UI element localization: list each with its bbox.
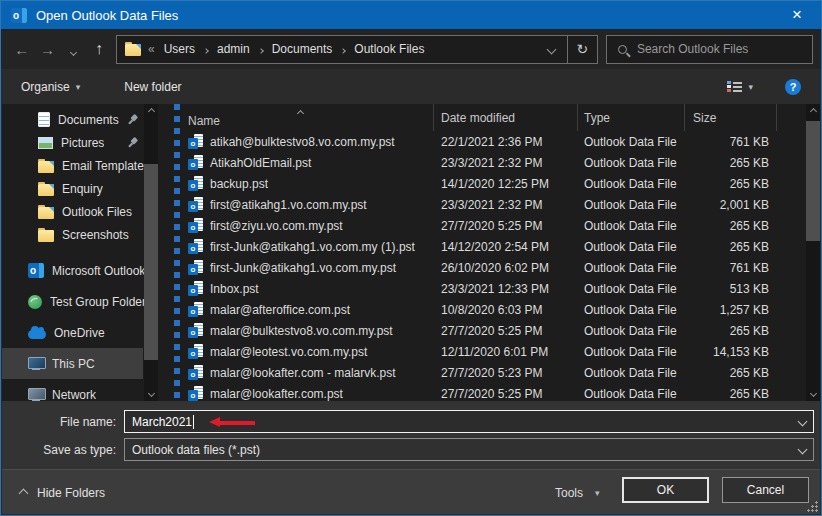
column-header-type[interactable]: Type (578, 104, 685, 131)
file-row[interactable]: first-Junk@atikahg1.vo.com.my.pst26/10/2… (180, 257, 806, 278)
file-row[interactable]: malar@lookafter.com - malarvk.pst27/7/20… (180, 362, 806, 383)
file-size: 513 KB (685, 282, 777, 296)
file-row[interactable]: first@atikahg1.vo.com.my.pst23/3/2021 2:… (180, 194, 806, 215)
file-row[interactable]: malar@bulktestvo8.vo.com.my.pst27/7/2020… (180, 320, 806, 341)
breadcrumb-separator-icon[interactable] (204, 42, 208, 56)
chevron-down-icon[interactable] (798, 417, 808, 427)
chevron-down-icon: ▾ (748, 82, 753, 92)
folder-shared-icon (38, 207, 54, 219)
file-size: 14,153 KB (685, 345, 777, 359)
file-date-modified: 14/1/2020 12:25 PM (434, 177, 578, 191)
file-row[interactable]: atikah@bulktestvo8.vo.com.my.pst22/1/202… (180, 131, 806, 152)
breadcrumb-segment[interactable]: Users (164, 42, 195, 56)
scroll-down-icon[interactable] (806, 386, 820, 401)
search-box[interactable]: Search Outlook Files (606, 35, 813, 64)
file-row[interactable]: first@ziyu.vo.com.my.pst27/7/2020 5:25 P… (180, 215, 806, 236)
command-toolbar: Organise▾ New folder ▾ ? (1, 69, 821, 104)
sidebar-item-this-pc[interactable]: This PC (2, 348, 143, 379)
scroll-up-icon[interactable] (806, 104, 820, 119)
file-date-modified: 23/3/2021 2:32 PM (434, 198, 578, 212)
column-header-name[interactable]: Name (180, 104, 434, 131)
breadcrumb-separator-icon[interactable] (341, 42, 345, 56)
file-name-value: March2021 (132, 415, 192, 429)
file-row[interactable]: malar@lookafter.com.pst27/7/2020 5:25 PM… (180, 383, 806, 401)
breadcrumb-overflow[interactable]: « (148, 42, 155, 56)
scroll-up-icon[interactable] (144, 104, 158, 119)
scrollbar-thumb[interactable] (806, 121, 820, 241)
address-bar[interactable]: « UsersadminDocumentsOutlook Files ↻ (116, 35, 598, 64)
cancel-button[interactable]: Cancel (722, 477, 809, 503)
breadcrumb-segment[interactable]: Documents (272, 42, 333, 56)
up-icon[interactable]: ↑ (86, 40, 112, 58)
back-icon[interactable]: ← (9, 41, 35, 58)
pst-file-icon (188, 386, 204, 401)
sidebar-item-label: OneDrive (54, 326, 105, 340)
breadcrumb-separator-icon[interactable] (259, 42, 263, 56)
help-icon[interactable]: ? (785, 79, 801, 95)
file-name: atikah@bulktestvo8.vo.com.my.pst (210, 135, 395, 149)
file-type: Outlook Data File (578, 366, 685, 380)
sidebar-item-label: Documents (58, 113, 119, 127)
file-row[interactable]: Inbox.pst23/3/2021 12:33 PMOutlook Data … (180, 278, 806, 299)
pst-file-icon (188, 365, 204, 380)
column-header-size[interactable]: Size (685, 104, 777, 131)
pst-file-icon (188, 281, 204, 296)
sidebar-item-label: Outlook Files (62, 205, 132, 219)
file-row[interactable]: first-Junk@atikahg1.vo.com.my (1).pst14/… (180, 236, 806, 257)
file-date-modified: 26/10/2020 6:02 PM (434, 261, 578, 275)
save-as-type-value: Outlook data files (*.pst) (132, 443, 260, 457)
file-row[interactable]: malar@afteroffice.com.pst10/8/2020 6:03 … (180, 299, 806, 320)
file-row[interactable]: backup.pst14/1/2020 12:25 PMOutlook Data… (180, 173, 806, 194)
pst-file-icon (188, 323, 204, 338)
sidebar-item-label: Pictures (61, 136, 104, 150)
forward-icon[interactable]: → (35, 41, 61, 58)
save-as-type-select[interactable]: Outlook data files (*.pst) (124, 438, 814, 461)
breadcrumb-segment[interactable]: Outlook Files (354, 42, 424, 56)
file-name: first@atikahg1.vo.com.my.pst (210, 198, 367, 212)
close-icon[interactable]: × (783, 2, 811, 28)
file-date-modified: 14/12/2020 2:54 PM (434, 240, 578, 254)
file-name-input[interactable]: March2021 (124, 410, 814, 433)
scrollbar-thumb[interactable] (144, 164, 158, 360)
view-details-icon (727, 80, 742, 93)
file-name: malar@leotest.vo.com.my.pst (210, 345, 367, 359)
breadcrumb-segment[interactable]: admin (217, 42, 250, 56)
file-row[interactable]: malar@leotest.vo.com.my.pst12/11/2020 6:… (180, 341, 806, 362)
file-date-modified: 22/1/2021 2:36 PM (434, 135, 578, 149)
dialog-footer: Hide Folders Tools▾ OK Cancel (2, 469, 820, 514)
file-list-pane: NameDate modifiedTypeSize atikah@bulktes… (180, 104, 820, 401)
refresh-icon[interactable]: ↻ (567, 36, 597, 63)
title-bar: Open Outlook Data Files × (1, 1, 821, 29)
sidebar-item-label: Screenshots (62, 228, 129, 242)
recent-locations-chevron-icon[interactable] (60, 41, 86, 58)
new-folder-button[interactable]: New folder (124, 80, 181, 94)
list-scrollbar[interactable] (806, 104, 820, 401)
ok-button[interactable]: OK (622, 477, 709, 503)
file-date-modified: 12/11/2020 6:01 PM (434, 345, 578, 359)
search-placeholder: Search Outlook Files (637, 42, 748, 56)
sidebar-item-label: Test Group Folder (50, 295, 146, 309)
pst-file-icon (188, 302, 204, 317)
pst-file-icon (188, 344, 204, 359)
folder-shared-icon (38, 184, 54, 196)
resize-grip-icon[interactable] (806, 500, 818, 512)
file-type: Outlook Data File (578, 261, 685, 275)
file-size: 2,001 KB (685, 198, 777, 212)
organise-button[interactable]: Organise▾ (21, 80, 80, 94)
file-row[interactable]: AtikahOldEmail.pst23/3/2021 2:32 PMOutlo… (180, 152, 806, 173)
sidebar-scrollbar[interactable] (144, 104, 158, 401)
file-type: Outlook Data File (578, 240, 685, 254)
file-list: atikah@bulktestvo8.vo.com.my.pst22/1/202… (180, 131, 806, 401)
file-date-modified: 27/7/2020 5:25 PM (434, 324, 578, 338)
folder-shared-icon (38, 161, 54, 173)
tools-dropdown-button[interactable]: Tools▾ (555, 486, 600, 500)
change-view-button[interactable]: ▾ (727, 80, 753, 93)
column-header-date-modified[interactable]: Date modified (434, 104, 578, 131)
hide-folders-button[interactable]: Hide Folders (20, 486, 105, 500)
save-as-type-label: Save as type: (2, 443, 124, 457)
file-size: 265 KB (685, 366, 777, 380)
file-name-label: File name: (2, 415, 124, 429)
scroll-down-icon[interactable] (144, 386, 158, 401)
breadcrumb: « UsersadminDocumentsOutlook Files (117, 42, 537, 56)
address-dropdown-chevron-icon[interactable] (537, 36, 567, 63)
